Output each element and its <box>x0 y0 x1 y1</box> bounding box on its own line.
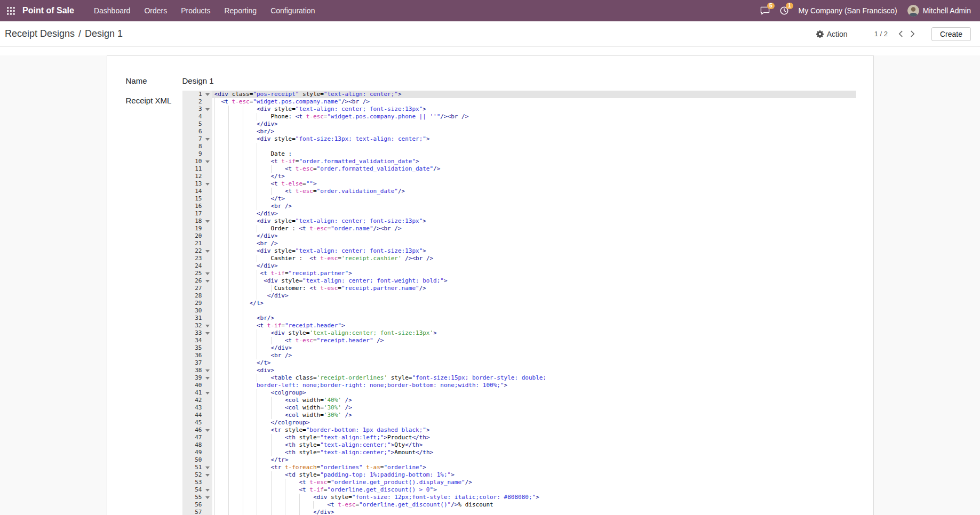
code-line[interactable]: <t t-else=""> <box>212 180 856 188</box>
code-line[interactable] <box>212 307 856 315</box>
code-line[interactable]: </div> <box>212 232 856 240</box>
pager-next-button[interactable] <box>907 27 919 41</box>
code-line[interactable]: </t> <box>212 173 856 180</box>
fold-toggle-icon[interactable] <box>205 332 210 335</box>
create-button[interactable]: Create <box>931 27 971 41</box>
xml-editor[interactable]: 1234567891011121314151617181920212223242… <box>182 91 856 515</box>
fold-toggle-icon[interactable] <box>205 280 210 283</box>
code-line[interactable]: </div> <box>212 210 856 218</box>
code-line[interactable]: <td style="padding-top: 1%;padding-botto… <box>212 471 856 479</box>
fold-toggle-icon[interactable] <box>205 250 210 253</box>
pager-previous-button[interactable] <box>895 27 907 41</box>
fold-toggle-icon[interactable] <box>205 466 210 469</box>
nav-item-configuration[interactable]: Configuration <box>264 0 322 21</box>
code-line[interactable]: <div style="text-align: center; font-siz… <box>212 106 856 113</box>
code-line[interactable]: </div> <box>212 262 856 270</box>
code-line[interactable]: <br/> <box>212 128 856 135</box>
breadcrumb-parent[interactable]: Receipt Designs <box>5 28 75 39</box>
fold-toggle-icon[interactable] <box>205 429 210 432</box>
code-line[interactable]: <tr style="border-bottom: 1px dashed bla… <box>212 427 856 434</box>
fold-toggle-icon[interactable] <box>205 220 210 223</box>
code-line[interactable]: </colgroup> <box>212 419 856 427</box>
fold-toggle-icon[interactable] <box>205 369 210 372</box>
name-label: Name <box>126 76 182 85</box>
nav-item-orders[interactable]: Orders <box>137 0 174 21</box>
app-name[interactable]: Point of Sale <box>22 6 74 15</box>
code-line[interactable]: Cashier : <t t-esc='receipt.cashier' /><… <box>212 255 856 262</box>
code-line[interactable] <box>212 143 856 150</box>
code-line[interactable]: </tr> <box>212 456 856 464</box>
code-line[interactable]: <t t-esc="order.formatted_validation_dat… <box>212 165 856 173</box>
fold-toggle-icon[interactable] <box>205 474 210 477</box>
code-line[interactable]: <br /> <box>212 203 856 210</box>
code-line[interactable]: <th style="text-align:center;">Amount</t… <box>212 449 856 456</box>
nav-item-dashboard[interactable]: Dashboard <box>87 0 138 21</box>
code-line[interactable]: <t t-if="order.formatted_validation_date… <box>212 158 856 165</box>
code-line[interactable]: <t t-esc="orderline.get_product().displa… <box>212 479 856 486</box>
gutter-line-number: 12 <box>182 173 212 180</box>
code-line[interactable]: </div> <box>212 344 856 352</box>
gutter-line-number: 38 <box>182 367 212 374</box>
fold-toggle-icon[interactable] <box>205 138 210 141</box>
code-line[interactable]: <col width='30%' /> <box>212 412 856 419</box>
code-line[interactable]: <col width='40%' /> <box>212 397 856 404</box>
code-line[interactable]: </div> <box>212 509 856 515</box>
code-line[interactable]: <colgroup> <box>212 389 856 397</box>
code-line[interactable]: <t t-esc="widget.pos.company.name"/><br … <box>212 98 856 106</box>
messages-menu-button[interactable]: 5 <box>760 6 770 15</box>
code-line[interactable]: <t t-if="receipt.header"> <box>212 322 856 329</box>
code-line[interactable]: <t t-esc="orderline.get_discount()"/>% d… <box>212 501 856 509</box>
user-menu[interactable]: Mitchell Admin <box>907 5 971 17</box>
fold-toggle-icon[interactable] <box>205 377 210 380</box>
action-menu-button[interactable]: Action <box>816 30 848 38</box>
code-line[interactable]: <col width='30%' /> <box>212 404 856 412</box>
fold-toggle-icon[interactable] <box>205 183 210 186</box>
code-line[interactable]: Date : <box>212 150 856 158</box>
fold-toggle-icon[interactable] <box>205 325 210 327</box>
code-line[interactable]: <t t-if="orderline.get_discount() > 0"> <box>212 486 856 494</box>
code-line[interactable]: <div class="pos-receipt" style="text-ali… <box>212 91 856 98</box>
fold-toggle-icon[interactable] <box>205 93 210 96</box>
code-line[interactable]: </t> <box>212 300 856 307</box>
code-line[interactable]: <tr t-foreach="orderlines" t-as="orderli… <box>212 464 856 471</box>
fold-toggle-icon[interactable] <box>205 160 210 163</box>
apps-menu-button[interactable] <box>6 6 15 15</box>
pager-value[interactable]: 1 / 2 <box>874 30 888 38</box>
code-line[interactable]: <br /> <box>212 352 856 359</box>
code-line[interactable]: <t t-esc="receipt.header" /> <box>212 337 856 344</box>
code-line[interactable]: <th style="text-align:center;">Qty</th> <box>212 441 856 449</box>
code-line[interactable]: Order : <t t-esc="order.name"/><br /> <box>212 225 856 232</box>
fold-toggle-icon[interactable] <box>205 272 210 275</box>
name-field-value[interactable]: Design 1 <box>182 76 214 85</box>
code-line[interactable]: <table class='receipt-orderlines' style=… <box>212 374 856 382</box>
code-line[interactable]: </div> <box>212 292 856 300</box>
gutter-line-number: 16 <box>182 203 212 210</box>
code-line[interactable]: <div style="font-size:13px; text-align: … <box>212 135 856 143</box>
code-line[interactable]: </t> <box>212 195 856 203</box>
code-line[interactable]: <div> <box>212 367 856 374</box>
code-line[interactable]: Phone: <t t-esc="widget.pos.company.phon… <box>212 113 856 120</box>
code-line[interactable]: <div style="text-align: center; font-siz… <box>212 218 856 225</box>
code-line[interactable]: </div> <box>212 120 856 128</box>
code-line[interactable]: <br/> <box>212 315 856 322</box>
nav-item-reporting[interactable]: Reporting <box>217 0 264 21</box>
code-line[interactable]: Customer: <t t-esc="receipt.partner.name… <box>212 285 856 292</box>
editor-code[interactable]: <div class="pos-receipt" style="text-ali… <box>212 91 856 515</box>
activities-menu-button[interactable]: 1 <box>780 6 788 15</box>
code-line[interactable]: <div style="text-align: center; font-siz… <box>212 247 856 255</box>
code-line[interactable]: <br /> <box>212 240 856 247</box>
code-line[interactable]: <div style="font-size: 12px;font-style: … <box>212 494 856 501</box>
code-line[interactable]: <div style='text-align:center; font-size… <box>212 329 856 337</box>
fold-toggle-icon[interactable] <box>205 496 210 499</box>
fold-toggle-icon[interactable] <box>205 489 210 492</box>
company-menu[interactable]: My Company (San Francisco) <box>799 6 897 15</box>
fold-toggle-icon[interactable] <box>205 108 210 111</box>
code-line[interactable]: border-left: none;border-right: none;bor… <box>212 382 856 389</box>
code-line[interactable]: <t t-esc="order.validation_date"/> <box>212 188 856 195</box>
fold-toggle-icon[interactable] <box>205 392 210 395</box>
code-line[interactable]: <t t-if="receipt.partner"> <box>212 270 856 277</box>
nav-item-products[interactable]: Products <box>174 0 217 21</box>
code-line[interactable]: <div style="text-align: center; font-wei… <box>212 277 856 285</box>
code-line[interactable]: </t> <box>212 359 856 367</box>
code-line[interactable]: <th style="text-align:left;">Product</th… <box>212 434 856 441</box>
